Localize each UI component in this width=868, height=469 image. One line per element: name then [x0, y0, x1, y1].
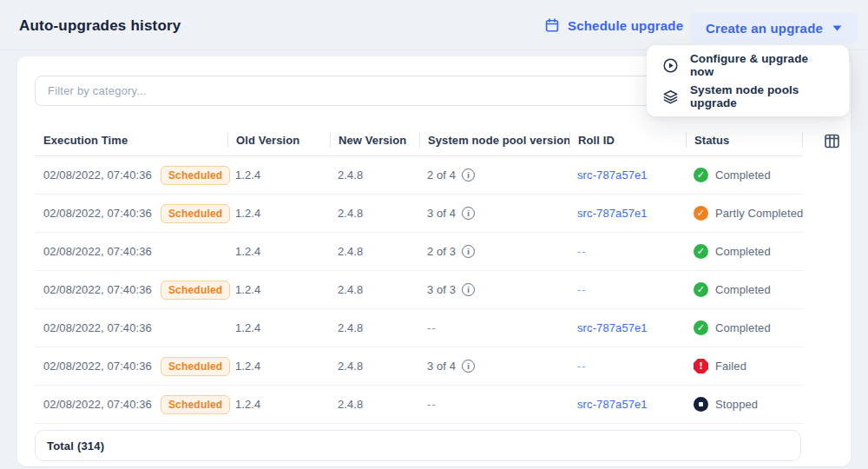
new-version: 2.4.8 [330, 283, 419, 296]
roll-id: -- [569, 283, 686, 296]
roll-id[interactable]: src-787a57e1 [569, 321, 686, 334]
new-version: 2.4.8 [330, 360, 419, 373]
execution-time: 02/08/2022, 07:40:36 [43, 321, 152, 334]
old-version: 1.2.4 [227, 283, 330, 296]
status-label: Completed [715, 168, 771, 182]
status-icon: ✓ [694, 244, 708, 259]
table-row[interactable]: 02/08/2022, 07:40:36 1.2.4 2.4.8 2 of 3 … [35, 233, 803, 271]
table-body: 02/08/2022, 07:40:36 Scheduled 1.2.4 2.4… [35, 156, 803, 424]
col-header-system-node-pool-version: System node pool version [419, 132, 569, 148]
calendar-icon [544, 17, 560, 33]
new-version: 2.4.8 [330, 245, 419, 258]
status-label: Completed [715, 245, 771, 258]
status-label: Completed [715, 321, 771, 334]
status-icon: ! [694, 359, 708, 373]
old-version: 1.2.4 [227, 398, 330, 411]
status-icon: ✓ [694, 168, 708, 182]
scheduled-badge: Scheduled [161, 395, 230, 414]
page-title: Auto-upgrades history [19, 17, 181, 35]
old-version: 1.2.4 [227, 321, 330, 334]
create-upgrade-label: Create an upgrade [706, 21, 823, 36]
pool-version: -- [427, 321, 437, 334]
old-version: 1.2.4 [227, 207, 330, 220]
col-header-new-version: New Version [330, 132, 419, 148]
pool-version: 2 of 3 [427, 245, 456, 258]
pool-version: 3 of 4 [427, 207, 456, 220]
history-card: Execution Time Old Version New Version S… [17, 56, 851, 466]
info-icon[interactable] [462, 168, 475, 182]
info-icon[interactable] [462, 360, 475, 373]
status-icon [694, 397, 708, 412]
table-row[interactable]: 02/08/2022, 07:40:36 Scheduled 1.2.4 2.4… [35, 347, 803, 386]
schedule-upgrade-button[interactable]: Schedule upgrade [544, 17, 683, 33]
status-label: Completed [715, 283, 771, 296]
pool-version: 3 of 3 [427, 283, 456, 296]
old-version: 1.2.4 [227, 245, 330, 258]
create-upgrade-menu: Configure & upgrade now System node pool… [647, 45, 849, 116]
col-header-execution-time: Execution Time [35, 134, 227, 147]
info-icon[interactable] [462, 283, 475, 296]
status-icon: ✓ [694, 206, 708, 221]
menu-item-system-node-pools-upgrade[interactable]: System node pools upgrade [647, 81, 849, 112]
column-settings-icon[interactable] [823, 132, 841, 154]
old-version: 1.2.4 [227, 168, 330, 182]
scheduled-badge: Scheduled [161, 166, 230, 185]
pool-version: 3 of 4 [427, 360, 456, 373]
column-divider [802, 132, 803, 148]
status-icon: ✓ [694, 320, 708, 335]
menu-item-label: System node pools upgrade [690, 83, 833, 109]
roll-id: -- [569, 360, 686, 373]
new-version: 2.4.8 [330, 168, 419, 182]
col-header-old-version: Old Version [227, 132, 330, 148]
old-version: 1.2.4 [227, 360, 330, 373]
roll-id[interactable]: src-787a57e1 [569, 207, 686, 220]
info-icon[interactable] [462, 207, 475, 220]
chevron-down-icon [832, 25, 842, 31]
schedule-upgrade-label: Schedule upgrade [568, 18, 683, 33]
roll-id[interactable]: src-787a57e1 [569, 398, 686, 411]
table-row[interactable]: 02/08/2022, 07:40:36 Scheduled 1.2.4 2.4… [35, 156, 803, 195]
scheduled-badge: Scheduled [161, 281, 230, 300]
layers-icon [662, 89, 679, 105]
roll-id[interactable]: src-787a57e1 [569, 168, 686, 182]
info-icon[interactable] [462, 245, 475, 258]
scheduled-badge: Scheduled [161, 204, 230, 223]
execution-time: 02/08/2022, 07:40:36 [43, 283, 152, 296]
play-circle-icon [662, 57, 679, 74]
status-label: Partly Completed [715, 207, 803, 220]
table-row[interactable]: 02/08/2022, 07:40:36 1.2.4 2.4.8 -- src-… [35, 309, 803, 347]
create-upgrade-button[interactable]: Create an upgrade [690, 12, 858, 43]
pool-version: -- [427, 398, 437, 411]
pool-version: 2 of 4 [427, 168, 456, 182]
status-label: Failed [715, 360, 746, 373]
scheduled-badge: Scheduled [161, 357, 230, 376]
col-header-roll-id: Roll ID [569, 132, 686, 148]
execution-time: 02/08/2022, 07:40:36 [43, 398, 152, 411]
execution-time: 02/08/2022, 07:40:36 [43, 207, 152, 220]
total-row: Total (314) [35, 430, 801, 461]
roll-id: -- [569, 245, 686, 258]
table-row[interactable]: 02/08/2022, 07:40:36 Scheduled 1.2.4 2.4… [35, 195, 803, 233]
new-version: 2.4.8 [330, 321, 419, 334]
execution-time: 02/08/2022, 07:40:36 [43, 168, 152, 182]
menu-item-configure-upgrade-now[interactable]: Configure & upgrade now [647, 50, 849, 81]
status-icon: ✓ [694, 282, 708, 297]
table-row[interactable]: 02/08/2022, 07:40:36 Scheduled 1.2.4 2.4… [35, 386, 803, 424]
execution-time: 02/08/2022, 07:40:36 [43, 245, 152, 258]
new-version: 2.4.8 [330, 207, 419, 220]
table-header-row: Execution Time Old Version New Version S… [35, 124, 803, 156]
new-version: 2.4.8 [330, 398, 419, 411]
col-header-status: Status [686, 132, 803, 148]
top-bar: Auto-upgrades history Schedule upgrade C… [0, 0, 868, 50]
upgrades-table: Execution Time Old Version New Version S… [35, 124, 803, 424]
menu-item-label: Configure & upgrade now [690, 52, 833, 78]
total-label: Total (314) [47, 439, 104, 452]
execution-time: 02/08/2022, 07:40:36 [43, 360, 152, 373]
status-label: Stopped [715, 398, 758, 411]
table-row[interactable]: 02/08/2022, 07:40:36 Scheduled 1.2.4 2.4… [35, 271, 803, 309]
